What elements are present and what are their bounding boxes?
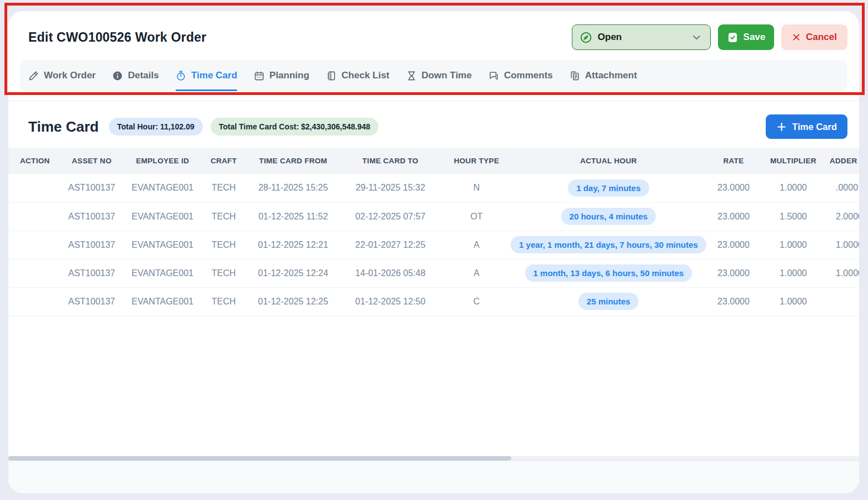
status-select[interactable]: Open [572,24,711,50]
actual-hour-pill: 1 day, 7 minutes [568,179,649,197]
stopwatch-icon [176,71,186,81]
time-card-to-cell: 22-01-2027 12:25 [336,231,445,259]
time-card-table-container: ACTIONASSET NOEMPLOYEE IDCRAFTTIME CARD … [8,148,859,456]
rate-cell: 23.0000 [709,174,759,202]
actual-hour-cell: 25 minutes [508,287,709,316]
employee-id-cell: EVANTAGE001 [128,174,197,202]
time-card-from-cell: 01-12-2025 12:25 [250,287,336,316]
actual-hour-cell: 20 hours, 4 minutes [508,202,709,231]
actual-hour-cell: 1 day, 7 minutes [508,174,709,202]
tab-comments[interactable]: Comments [488,60,553,91]
tab-label-down-time: Down Time [422,70,472,81]
employee-id-cell: EVANTAGE001 [128,202,197,231]
tab-check-list[interactable]: Check List [326,60,390,91]
action-cell [8,202,56,231]
adder-cell: .0000 [828,174,859,202]
column-header-multiplier: MULTIPLIER [759,148,828,174]
employee-id-cell: EVANTAGE001 [128,259,197,287]
asset-no-cell: AST100137 [56,174,128,202]
employee-id-cell: EVANTAGE001 [128,231,197,259]
rate-cell: 23.0000 [709,287,759,316]
time-card-table: ACTIONASSET NOEMPLOYEE IDCRAFTTIME CARD … [8,148,859,316]
time-card-to-cell: 14-01-2026 05:48 [336,259,445,287]
chat-icon [488,71,499,81]
tab-label-comments: Comments [504,70,553,81]
table-row: AST100137 EVANTAGE001 TECH 01-12-2025 12… [8,259,859,287]
multiplier-cell: 1.0000 [759,259,828,287]
tab-planning[interactable]: Planning [254,60,310,91]
time-card-section-header: Time Card Total Hour: 11,102.09 Total Ti… [8,101,859,148]
actual-hour-cell: 1 month, 13 days, 6 hours, 50 minutes [508,259,709,287]
actual-hour-pill: 1 month, 13 days, 6 hours, 50 minutes [525,264,692,282]
table-row: AST100137 EVANTAGE001 TECH 01-12-2025 11… [8,202,859,231]
card-header: Edit CWO100526 Work Order Open Save Canc… [8,11,859,56]
notebook-icon [326,71,337,81]
cancel-button-label: Cancel [806,32,837,43]
total-cost-badge: Total Time Card Cost: $2,430,306,548.948 [211,118,379,136]
column-header-hour-type: HOUR TYPE [445,148,508,174]
asset-no-cell: AST100137 [56,202,128,231]
hour-type-cell: A [445,259,508,287]
tab-attachment[interactable]: Attachment [570,60,637,91]
header-actions: Open Save Cancel [572,24,847,50]
table-row: AST100137 EVANTAGE001 TECH 28-11-2025 15… [8,174,859,202]
actual-hour-pill: 25 minutes [578,293,638,310]
employee-id-cell: EVANTAGE001 [128,287,197,316]
column-header-actual-hour: ACTUAL HOUR [508,148,709,174]
column-header-time-card-from: TIME CARD FROM [250,148,336,174]
pen-icon [28,71,39,81]
tab-label-work-order: Work Order [44,70,96,81]
craft-cell: TECH [197,259,250,287]
add-time-card-button[interactable]: Time Card [766,114,847,139]
tab-label-details: Details [128,70,159,81]
leaf-icon [580,32,592,43]
column-header-rate: RATE [709,148,759,174]
horizontal-scrollbar-track[interactable] [8,456,859,461]
time-card-from-cell: 01-12-2025 12:21 [250,231,336,259]
adder-cell: 1.0000 [828,231,859,259]
multiplier-cell: 1.0000 [759,231,828,259]
calendar-icon [254,71,265,81]
craft-cell: TECH [197,202,250,231]
tab-time-card[interactable]: Time Card [176,60,237,91]
tab-down-time[interactable]: Down Time [406,60,472,91]
save-button[interactable]: Save [718,24,775,50]
card-footer [8,461,859,493]
hour-type-cell: C [445,287,508,316]
action-cell [8,174,56,202]
tab-work-order[interactable]: Work Order [28,60,96,91]
tab-bar: Work Order Details Time Card Planning Ch… [20,60,847,91]
attachment-icon [570,71,580,81]
save-button-label: Save [744,32,766,43]
multiplier-cell: 1.5000 [759,202,828,231]
craft-cell: TECH [197,231,250,259]
time-card-to-cell: 29-11-2025 15:32 [336,174,445,202]
actual-hour-pill: 20 hours, 4 minutes [561,208,656,225]
plus-icon [776,122,787,132]
tab-label-attachment: Attachment [585,70,637,81]
info-icon [112,71,123,81]
actual-hour-cell: 1 year, 1 month, 21 days, 7 hours, 30 mi… [508,231,709,259]
rate-cell: 23.0000 [709,231,759,259]
time-card-from-cell: 28-11-2025 15:25 [250,174,336,202]
horizontal-scrollbar-thumb[interactable] [8,456,511,461]
rate-cell: 23.0000 [709,202,759,231]
close-icon [792,33,801,42]
craft-cell: TECH [197,287,250,316]
column-header-action: ACTION [8,148,56,174]
table-body: AST100137 EVANTAGE001 TECH 28-11-2025 15… [8,174,859,316]
section-title: Time Card [28,118,99,136]
check-icon [727,32,739,43]
column-header-asset-no: ASSET NO [56,148,128,174]
hourglass-icon [406,71,417,81]
add-time-card-label: Time Card [792,122,837,132]
multiplier-cell: 1.0000 [759,174,828,202]
hour-type-cell: A [445,231,508,259]
asset-no-cell: AST100137 [56,287,128,316]
cancel-button[interactable]: Cancel [781,24,847,50]
chevron-down-icon [691,32,702,43]
tab-details[interactable]: Details [112,60,159,91]
action-cell [8,287,56,316]
time-card-from-cell: 01-12-2025 12:24 [250,259,336,287]
asset-no-cell: AST100137 [56,259,128,287]
